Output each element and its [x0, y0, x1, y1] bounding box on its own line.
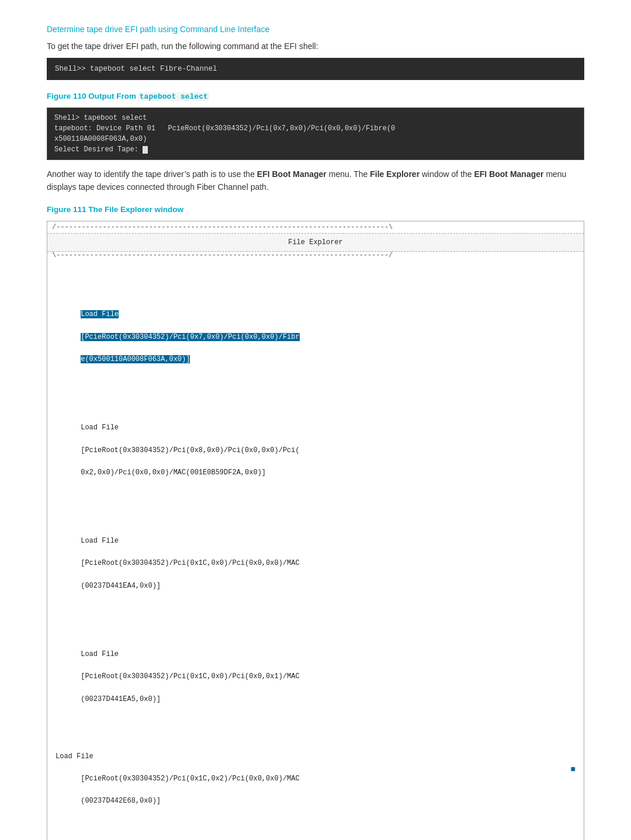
intro-text: To get the tape driver EFI path, run the…: [47, 40, 584, 53]
fe-entry-4[interactable]: Load File [PcieRoot(0x30304352)/Pci(0x1C…: [56, 638, 575, 716]
fe-entry-3[interactable]: Load File [PcieRoot(0x30304352)/Pci(0x1C…: [56, 525, 575, 603]
fe-scroll-arrow[interactable]: v: [577, 836, 581, 840]
intro-command: Shell>> tapeboot select Fibre-Channel: [47, 58, 584, 81]
file-explorer-widget: /---------------------------------------…: [47, 221, 584, 840]
figure110-heading: Figure 110 Output From tapeboot select: [47, 91, 584, 103]
fe-entry-1-path: [PcieRoot(0x30304352)/Pci(0x7,0x0)/Pci(0…: [81, 333, 299, 341]
fe-scrollbar[interactable]: v: [47, 836, 584, 840]
fe-title-bar: File Explorer: [47, 233, 584, 252]
fe-entry-5[interactable]: Load File [PcieRoot(0x30304352)/Pci(0x1C…: [56, 751, 575, 807]
fe-entry-2[interactable]: Load File [PcieRoot(0x30304352)/Pci(0x8,…: [56, 411, 575, 490]
fe-title-dashes-bottom: \---------------------------------------…: [47, 252, 584, 259]
fe-entry-5-text: Load File [PcieRoot(0x30304352)/Pci(0x1C…: [56, 751, 300, 807]
figure111-heading: Figure 111 The File Explorer window: [47, 204, 584, 216]
cursor: [143, 146, 148, 154]
fe-top-dashes: /---------------------------------------…: [47, 221, 584, 233]
paragraph1: Another way to identify the tape driver’…: [47, 168, 584, 193]
fe-content: Load File [PcieRoot(0x30304352)/Pci(0x7,…: [47, 259, 584, 836]
figure110-terminal: Shell> tapeboot select tapeboot: Device …: [47, 107, 584, 160]
figure110-terminal-content: Shell> tapeboot select tapeboot: Device …: [47, 108, 584, 159]
section-link-heading[interactable]: Determine tape drive EFI path using Comm…: [47, 23, 584, 36]
fe-scrolldown-icon[interactable]: ■: [571, 751, 575, 776]
fe-entry-1-path2: e(0x500110A0008F063A,0x0)]: [81, 355, 190, 363]
fe-entry-1-label: Load File: [81, 310, 119, 318]
fe-entry-1[interactable]: Load File [PcieRoot(0x30304352)/Pci(0x7,…: [56, 298, 575, 376]
section-link[interactable]: Determine tape drive EFI path using Comm…: [47, 25, 269, 34]
